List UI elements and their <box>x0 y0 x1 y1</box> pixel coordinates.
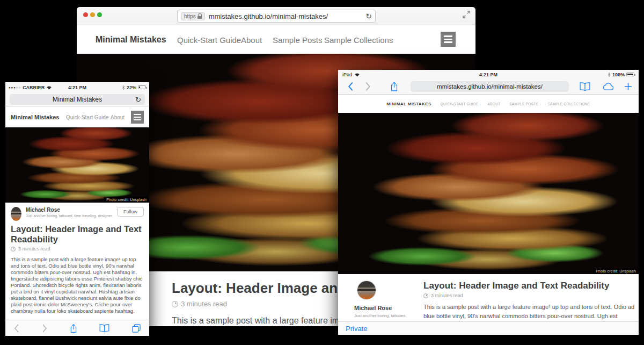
ipad-article-region: Michael Rose Just another boring, tattoo… <box>338 274 639 321</box>
bookmarks-icon[interactable] <box>580 82 590 91</box>
url-title-text: Minimal Mistakes <box>53 96 102 103</box>
author-sidebar: Michael Rose Just another boring, tattoo… <box>354 281 407 321</box>
https-label: https <box>184 13 196 19</box>
back-button[interactable] <box>14 324 19 333</box>
clock-icon <box>11 247 16 251</box>
site-title-link[interactable]: Minimal Mistakes <box>96 35 166 45</box>
nav-link-quick-start-guide[interactable]: Quick-Start Guide <box>177 35 241 44</box>
battery-icon <box>626 73 634 76</box>
nav-link-about[interactable]: ABOUT <box>488 102 501 106</box>
zoom-window-button[interactable] <box>97 12 102 17</box>
article-body: This is a sample post with a large featu… <box>423 303 639 321</box>
status-time: 4:21 PM <box>338 72 639 77</box>
ipad-safari-window: iPad 4:21 PM 100% mmistake <box>338 70 639 335</box>
article-title: Layout: Header Image and Text Readabilit… <box>423 281 639 291</box>
iphone-safari-toolbar <box>5 320 149 336</box>
composite-canvas: https mmistakes.github.io/minimal-mistak… <box>0 0 644 345</box>
read-time: 3 minutes read <box>431 293 463 298</box>
nav-link-sample-collections[interactable]: SAMPLE COLLECTIONS <box>547 102 590 106</box>
read-time: 3 minutes read <box>181 300 227 308</box>
status-time: 4:21 PM <box>5 85 149 90</box>
nav-link-sample-posts[interactable]: SAMPLE POSTS <box>509 102 538 106</box>
bookmarks-icon[interactable] <box>99 324 109 332</box>
feature-image: Photo credit: Unsplash <box>338 113 639 274</box>
iphone-status-bar: ●●●○○ CARRIER 4:21 PM 22% <box>5 82 149 92</box>
avatar <box>357 281 376 300</box>
reload-icon[interactable]: ↻ <box>135 96 141 103</box>
share-icon[interactable] <box>70 324 77 333</box>
iphone-url-row: Minimal Mistakes ↻ <box>5 92 149 106</box>
minimize-window-button[interactable] <box>90 12 95 17</box>
url-text: mmistakes.github.io/minimal-mistakes/ <box>209 12 366 20</box>
iphone-address-bar[interactable]: Minimal Mistakes ↻ <box>10 94 145 105</box>
avatar <box>11 207 21 221</box>
ipad-site-masthead: MINIMAL MISTAKES QUICK-START GUIDE ABOUT… <box>338 95 639 113</box>
nav-link-about[interactable]: About <box>241 35 262 44</box>
share-icon[interactable] <box>390 82 398 92</box>
address-bar[interactable]: https mmistakes.github.io/minimal-mistak… <box>177 10 376 23</box>
battery-icon <box>138 85 146 89</box>
ipad-status-bar: iPad 4:21 PM 100% <box>338 70 639 79</box>
author-bio: Just another boring, tattooed, time trav… <box>26 214 113 218</box>
ipad-safari-toolbar: mmistakes.github.io/minimal-mistakes/ <box>338 79 639 95</box>
site-masthead: Minimal Mistakes Quick-Start Guide About… <box>77 25 475 54</box>
ipad-address-bar[interactable]: mmistakes.github.io/minimal-mistakes/ <box>411 81 569 92</box>
browser-chrome: https mmistakes.github.io/minimal-mistak… <box>77 7 475 25</box>
author-name: Michael Rose <box>26 207 113 213</box>
icloud-tabs-icon[interactable] <box>602 83 614 91</box>
nav-link-about[interactable]: About <box>111 114 125 120</box>
menu-toggle-button[interactable] <box>441 32 456 47</box>
author-bio: Just another boring, tattooed, <box>354 313 407 318</box>
menu-toggle-button[interactable] <box>131 111 144 124</box>
nav-link-sample-collections[interactable]: Sample Collections <box>324 35 393 44</box>
https-badge: https <box>181 12 205 20</box>
forward-button[interactable] <box>365 82 371 91</box>
private-browsing-bar: Private <box>338 321 639 335</box>
clock-icon <box>172 301 178 307</box>
iphone-safari-window: ●●●○○ CARRIER 4:21 PM 22% Minimal Mistak… <box>5 82 149 336</box>
article: Layout: Header Image and Text Readabilit… <box>423 281 639 321</box>
close-window-button[interactable] <box>83 12 88 17</box>
nav-link-sample-posts[interactable]: Sample Posts <box>273 35 323 44</box>
author-row: Michael Rose Just another boring, tattoo… <box>5 203 149 221</box>
nav-link-quick-start-guide[interactable]: QUICK-START GUIDE <box>441 102 479 106</box>
site-title-link[interactable]: Minimal Mistakes <box>11 114 59 120</box>
forward-button[interactable] <box>42 324 47 333</box>
new-tab-icon[interactable] <box>624 83 632 91</box>
clock-icon <box>423 293 428 298</box>
follow-button[interactable]: Follow <box>117 207 144 217</box>
author-name: Michael Rose <box>354 305 407 311</box>
photo-credit: Photo credit: Unsplash <box>593 268 639 274</box>
article-title: Layout: Header Image and Text Readabilit… <box>5 221 149 245</box>
reload-icon[interactable]: ↻ <box>365 12 372 20</box>
photo-credit: Photo credit: Unsplash <box>104 197 149 203</box>
iphone-site-masthead: Minimal Mistakes Quick-Start Guide About <box>5 106 149 127</box>
lock-icon <box>197 13 202 19</box>
nav-link-quick-start-guide[interactable]: Quick-Start Guide <box>66 114 108 120</box>
feature-image: Photo credit: Unsplash <box>5 127 149 203</box>
tabs-icon[interactable] <box>132 324 141 333</box>
article-paragraph-1: This is a sample post with a large featu… <box>5 256 149 314</box>
read-time: 3 minutes read <box>18 246 50 251</box>
site-title-link[interactable]: MINIMAL MISTAKES <box>386 102 431 106</box>
private-button[interactable]: Private <box>346 325 367 333</box>
back-button[interactable] <box>348 82 354 91</box>
fullscreen-icon[interactable] <box>463 11 470 18</box>
